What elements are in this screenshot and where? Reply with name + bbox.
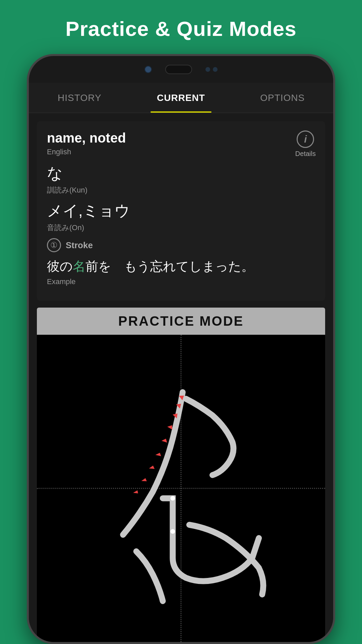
svg-marker-5 <box>156 452 162 459</box>
phone-frame: HISTORY CURRENT OPTIONS i Details name, … <box>27 54 335 644</box>
dot-marker-1 <box>170 496 175 501</box>
on-reading-text: メイ,ミョウ <box>47 201 315 221</box>
example-text: 彼の名前を もう忘れてしまった。 <box>47 258 315 275</box>
practice-mode-header: PRACTICE MODE <box>37 308 325 335</box>
phone-top-bar <box>29 56 333 83</box>
example-row: 彼の名前を もう忘れてしまった。 Example <box>47 258 315 286</box>
app-content: HISTORY CURRENT OPTIONS i Details name, … <box>29 83 333 642</box>
info-icon: i <box>297 130 314 148</box>
stroke-5 <box>136 551 163 601</box>
practice-title: PRACTICE MODE <box>118 314 244 328</box>
svg-marker-7 <box>141 478 147 484</box>
on-reading-row: メイ,ミョウ 音読み(On) <box>47 201 315 233</box>
example-kanji: 名 <box>73 259 85 273</box>
on-reading-label: 音読み(On) <box>47 223 315 233</box>
tab-options[interactable]: OPTIONS <box>232 83 333 113</box>
tabs-bar: HISTORY CURRENT OPTIONS <box>29 83 333 113</box>
example-after: 前を もう忘れてしまった。 <box>85 259 254 273</box>
example-label: Example <box>47 277 315 286</box>
tab-history[interactable]: HISTORY <box>29 83 130 113</box>
stroke-2 <box>186 399 234 475</box>
kanji-card: i Details name, noted English な 訓読み(Kun)… <box>37 121 325 301</box>
details-button[interactable]: i Details <box>295 130 316 158</box>
dot-marker-2 <box>170 529 175 534</box>
kun-reading-row: な 訓読み(Kun) <box>47 163 315 195</box>
sensors <box>205 67 218 72</box>
tab-options-label: OPTIONS <box>260 93 305 103</box>
lang-label: English <box>47 148 315 156</box>
details-label: Details <box>295 150 316 158</box>
page-title: Practice & Quiz Modes <box>65 17 296 41</box>
tab-current[interactable]: CURRENT <box>130 83 232 113</box>
sensor-dot-1 <box>205 67 210 72</box>
svg-marker-6 <box>149 466 155 471</box>
svg-marker-8 <box>133 490 139 495</box>
front-camera <box>144 66 152 73</box>
sensor-dot-2 <box>213 67 218 72</box>
svg-marker-4 <box>162 438 168 445</box>
kun-reading-label: 訓読み(Kun) <box>47 185 315 195</box>
stroke-label: Stroke <box>66 240 93 251</box>
kanji-drawing <box>37 335 325 642</box>
speaker-grille <box>165 65 192 74</box>
kanji-canvas[interactable] <box>37 335 325 642</box>
tab-history-label: HISTORY <box>58 93 101 103</box>
kun-reading-text: な <box>47 163 315 184</box>
example-before: 彼の <box>47 259 73 273</box>
main-word: name, noted <box>47 130 315 146</box>
stroke-row: ① Stroke <box>47 238 315 252</box>
stroke-3 <box>163 498 259 581</box>
stroke-number: ① <box>47 238 61 252</box>
tab-current-label: CURRENT <box>157 93 205 103</box>
